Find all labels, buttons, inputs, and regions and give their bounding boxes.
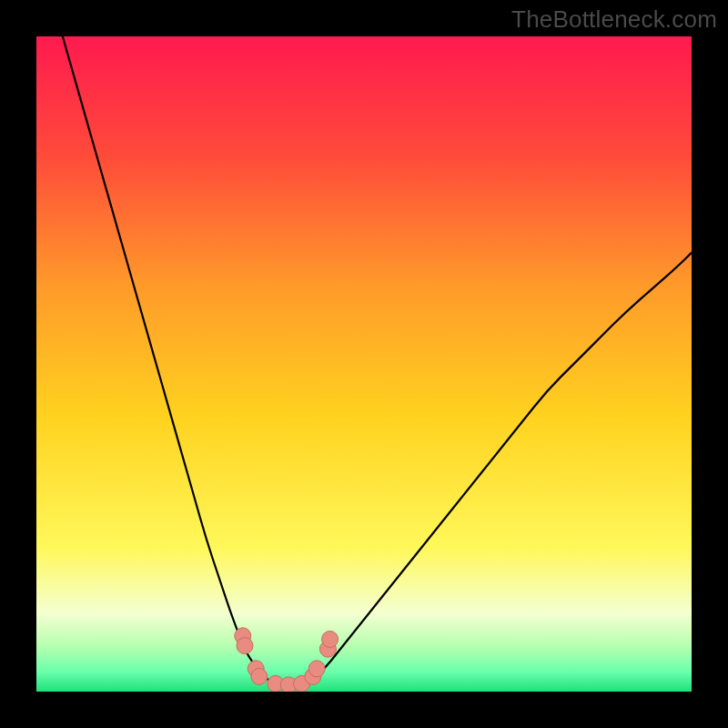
watermark-text: TheBottleneck.com xyxy=(511,5,717,34)
outer-frame: TheBottleneck.com xyxy=(0,0,728,728)
data-marker xyxy=(322,631,339,647)
gradient-background xyxy=(36,36,692,692)
chart-svg xyxy=(36,36,692,692)
data-marker xyxy=(308,661,325,677)
data-marker xyxy=(237,638,253,654)
plot-area xyxy=(36,36,692,692)
data-marker xyxy=(251,668,268,684)
